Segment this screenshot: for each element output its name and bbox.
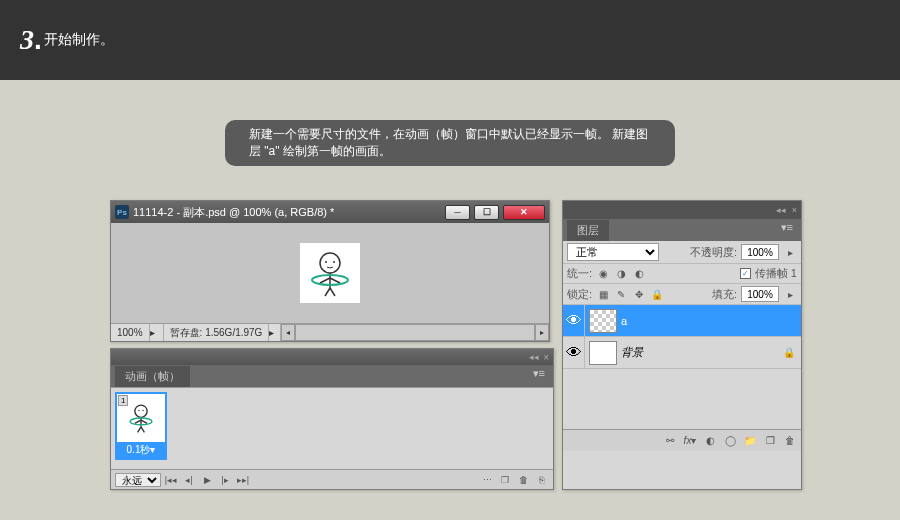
lock-image-icon[interactable]: ✎ [614,287,628,301]
svg-line-5 [330,278,340,283]
collapse-icon[interactable]: ◂◂ [529,352,539,363]
tween-button[interactable]: ⋯ [479,473,495,487]
timeline-controls: 永远 |◂◂ ◂| ▶ |▸ ▸▸| ⋯ ❐ 🗑 ⎘ [111,469,553,489]
unify-visibility-icon[interactable]: ◑ [614,267,628,281]
layers-body: 正常 不透明度: ▸ 统一: ◉ ◑ ◐ ✓ 传播帧 1 锁定: [563,241,801,429]
lock-transparent-icon[interactable]: ▦ [596,287,610,301]
visibility-toggle[interactable]: 👁 [563,337,585,368]
animation-tab-row: 动画（帧） ▾≡ [111,365,553,387]
layer-thumbnail [589,309,617,333]
lock-all-icon[interactable]: 🔒 [650,287,664,301]
lock-fill-row: 锁定: ▦ ✎ ✥ 🔒 填充: ▸ [563,284,801,305]
collapse-icon[interactable]: ◂◂ [776,205,786,215]
animation-panel-header[interactable]: ◂◂ × [111,349,553,365]
document-window: Ps 11114-2 - 副本.psd @ 100% (a, RGB/8) * … [110,200,550,342]
play-button[interactable]: ▶ [199,473,215,487]
unify-style-icon[interactable]: ◐ [632,267,646,281]
scroll-left-icon[interactable]: ◂ [281,324,295,341]
adjustment-layer-icon[interactable]: ◯ [723,434,737,448]
frame-1[interactable]: 1 0.1秒▾ [115,392,167,460]
svg-point-11 [142,410,143,411]
minimize-button[interactable]: ─ [445,205,470,220]
svg-line-13 [135,420,141,423]
layers-footer: ⚯ fx▾ ◐ ◯ 📁 ❐ 🗑 [563,429,801,451]
zoom-level[interactable]: 100% [111,324,150,341]
layer-thumbnail [589,341,617,365]
unify-row: 统一: ◉ ◑ ◐ ✓ 传播帧 1 [563,264,801,284]
visibility-toggle[interactable]: 👁 [563,305,585,336]
layers-tab[interactable]: 图层 [567,219,609,241]
document-canvas[interactable] [111,223,549,323]
svg-point-9 [135,405,147,417]
animation-frames: 1 0.1秒▾ [111,387,553,469]
delete-frame-button[interactable]: 🗑 [515,473,531,487]
animation-tab[interactable]: 动画（帧） [115,365,190,387]
canvas-artwork [300,243,360,303]
blend-mode-select[interactable]: 正常 [567,243,659,261]
opacity-label: 不透明度: [690,245,737,260]
status-arrow-icon[interactable]: ▸ [150,324,164,341]
status-menu-icon[interactable]: ▸ [269,324,281,341]
document-titlebar[interactable]: Ps 11114-2 - 副本.psd @ 100% (a, RGB/8) * … [111,201,549,223]
lock-label: 锁定: [567,287,592,302]
duplicate-frame-button[interactable]: ❐ [497,473,513,487]
layers-panel: ◂◂ × 图层 ▾≡ 正常 不透明度: ▸ 统一: ◉ ◑ [562,200,802,490]
panel-menu-icon[interactable]: ▾≡ [529,365,549,382]
prev-frame-button[interactable]: ◂| [181,473,197,487]
blend-opacity-row: 正常 不透明度: ▸ [563,241,801,264]
layers-tab-row: 图层 ▾≡ [563,219,801,241]
document-statusbar: 100% ▸ 暂存盘: 1.56G/1.97G ▸ ◂ ▸ [111,323,549,341]
propagate-checkbox[interactable]: ✓ [740,268,751,279]
fill-input[interactable] [741,286,779,302]
left-stack: Ps 11114-2 - 副本.psd @ 100% (a, RGB/8) * … [110,200,554,490]
panel-menu-icon[interactable]: ▾≡ [777,219,797,236]
loop-mode-select[interactable]: 永远 [115,473,161,487]
new-layer-icon[interactable]: ❐ [763,434,777,448]
close-panel-icon[interactable]: × [792,205,797,215]
group-icon[interactable]: 📁 [743,434,757,448]
svg-line-16 [141,427,144,432]
opacity-input[interactable] [741,244,779,260]
convert-timeline-button[interactable]: ⎘ [533,473,549,487]
svg-point-10 [138,410,139,411]
unify-position-icon[interactable]: ◉ [596,267,610,281]
layer-mask-icon[interactable]: ◐ [703,434,717,448]
svg-line-7 [330,288,335,296]
svg-line-6 [325,288,330,296]
svg-point-0 [320,253,340,273]
workspace: Ps 11114-2 - 副本.psd @ 100% (a, RGB/8) * … [110,200,802,490]
photoshop-icon: Ps [115,205,129,219]
first-frame-button[interactable]: |◂◂ [163,473,179,487]
layer-name[interactable]: 背景 [621,345,783,360]
horizontal-scrollbar[interactable] [295,324,535,341]
instruction-caption: 新建一个需要尺寸的文件，在动画（帧）窗口中默认已经显示一帧。 新建图层 "a" … [225,120,675,166]
maximize-button[interactable]: ☐ [474,205,499,220]
svg-line-14 [141,420,147,423]
frame-number-badge: 1 [118,395,128,406]
svg-point-1 [325,261,327,263]
layer-name[interactable]: a [621,315,801,327]
document-title: 11114-2 - 副本.psd @ 100% (a, RGB/8) * [133,205,334,220]
layer-style-icon[interactable]: fx▾ [683,434,697,448]
layer-item-a[interactable]: 👁 a [563,305,801,337]
lock-position-icon[interactable]: ✥ [632,287,646,301]
close-panel-icon[interactable]: × [543,352,549,363]
canvas-area: 新建一个需要尺寸的文件，在动画（帧）窗口中默认已经显示一帧。 新建图层 "a" … [0,80,900,520]
animation-panel: ◂◂ × 动画（帧） ▾≡ 1 [110,348,554,490]
delete-layer-icon[interactable]: 🗑 [783,434,797,448]
link-layers-icon[interactable]: ⚯ [663,434,677,448]
close-button[interactable]: ✕ [503,205,545,220]
layers-panel-header[interactable]: ◂◂ × [563,201,801,219]
fill-label: 填充: [712,287,737,302]
fill-arrow-icon[interactable]: ▸ [783,287,797,301]
opacity-arrow-icon[interactable]: ▸ [783,245,797,259]
propagate-label: 传播帧 1 [755,266,797,281]
step-text: 开始制作。 [44,31,114,49]
scroll-right-icon[interactable]: ▸ [535,324,549,341]
svg-line-4 [320,278,330,283]
next-frame-button[interactable]: |▸ [217,473,233,487]
frame-delay[interactable]: 0.1秒▾ [117,442,165,458]
last-frame-button[interactable]: ▸▸| [235,473,251,487]
layer-list-empty [563,369,801,429]
layer-item-background[interactable]: 👁 背景 🔒 [563,337,801,369]
